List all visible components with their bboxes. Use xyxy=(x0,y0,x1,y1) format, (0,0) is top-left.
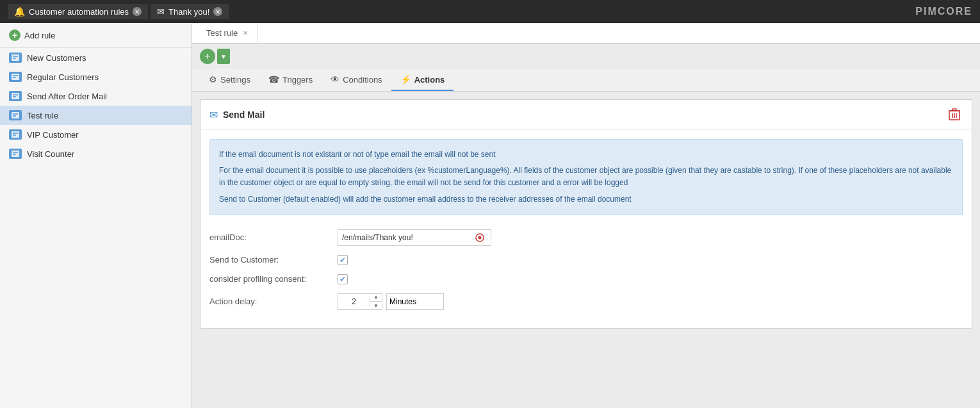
svg-rect-23 xyxy=(952,109,956,111)
content-tab-test-rule[interactable]: Test rule ✕ xyxy=(197,23,257,43)
email-doc-label: emailDoc: xyxy=(209,233,338,242)
content-tab-close[interactable]: ✕ xyxy=(243,29,248,37)
info-line1: If the email document is not existant or… xyxy=(219,149,953,161)
automation-icon: 🔔 xyxy=(14,6,25,17)
rule-icon-regular-customers xyxy=(9,72,22,82)
settings-icon: ⚙ xyxy=(209,74,217,85)
svg-rect-9 xyxy=(12,112,19,118)
sidebar-item-vip-customer[interactable]: VIP Customer xyxy=(0,125,192,144)
tab-actions-label: Actions xyxy=(414,75,445,85)
info-box: If the email document is not existant or… xyxy=(209,139,963,215)
content-area: Test rule ✕ + ▼ ⚙ Settings ☎ Triggers 👁 … xyxy=(192,23,980,408)
tab-conditions[interactable]: 👁 Conditions xyxy=(322,69,391,91)
delete-action-button[interactable] xyxy=(946,106,963,123)
rule-icon-visit-counter xyxy=(9,149,22,159)
action-delay-value: 2 ▲ ▼ Seconds Minutes Hours Days xyxy=(338,293,444,310)
sidebar: + Add rule New Customers Regular Custome… xyxy=(0,23,192,408)
email-icon: ✉ xyxy=(157,6,165,17)
email-doc-input[interactable]: /en/mails/Thank you! xyxy=(338,229,491,246)
send-to-customer-value: ✔ xyxy=(338,255,348,265)
content-tab-bar: Test rule ✕ xyxy=(192,23,980,44)
consider-profiling-row: consider profiling consent: ✔ xyxy=(209,274,963,284)
tab-settings-label: Settings xyxy=(220,75,250,85)
svg-rect-12 xyxy=(12,131,19,138)
delay-spinners: ▲ ▼ xyxy=(370,293,382,310)
email-picker-button[interactable] xyxy=(473,231,487,245)
tab-settings[interactable]: ⚙ Settings xyxy=(200,69,259,91)
delay-number-input[interactable]: 2 ▲ ▼ xyxy=(338,293,382,310)
actions-icon: ⚡ xyxy=(400,74,411,85)
add-action-dropdown[interactable]: ▼ xyxy=(217,49,230,64)
svg-rect-0 xyxy=(12,54,19,61)
sidebar-item-test-rule-label: Test rule xyxy=(27,111,58,120)
main-layout: + Add rule New Customers Regular Custome… xyxy=(0,23,980,408)
action-delay-row: Action delay: 2 ▲ ▼ Seconds Minutes xyxy=(209,293,963,310)
topbar-tab-thankyou-close[interactable]: ✕ xyxy=(213,7,222,16)
topbar: 🔔 Customer automation rules ✕ ✉ Thank yo… xyxy=(0,0,980,23)
topbar-tab-automation[interactable]: 🔔 Customer automation rules ✕ xyxy=(8,4,148,19)
email-doc-row: emailDoc: /en/mails/Thank you! xyxy=(209,229,963,246)
sidebar-item-new-customers-label: New Customers xyxy=(27,53,86,63)
rule-icon-test-rule xyxy=(9,110,22,120)
svg-rect-3 xyxy=(12,74,19,80)
email-doc-value: /en/mails/Thank you! xyxy=(338,229,491,246)
sidebar-item-visit-counter-label: Visit Counter xyxy=(27,149,74,159)
send-to-customer-label: Send to Customer: xyxy=(209,255,338,265)
sidebar-item-test-rule[interactable]: Test rule xyxy=(0,106,192,125)
consider-profiling-label: consider profiling consent: xyxy=(209,274,338,284)
delay-unit-select[interactable]: Seconds Minutes Hours Days xyxy=(386,293,444,310)
tab-conditions-label: Conditions xyxy=(343,75,382,85)
delay-spinner-down[interactable]: ▼ xyxy=(370,302,382,310)
add-rule-button[interactable]: + Add rule xyxy=(0,23,192,48)
add-action-button[interactable]: + xyxy=(200,49,215,64)
info-line3: Send to Customer (default enabled) will … xyxy=(219,193,953,206)
send-to-customer-row: Send to Customer: ✔ xyxy=(209,255,963,265)
info-line2: For the email document it is possible to… xyxy=(219,165,953,189)
conditions-icon: 👁 xyxy=(331,74,339,85)
card-header: ✉ Send Mail xyxy=(200,100,972,130)
sidebar-item-send-after-order-mail[interactable]: Send After Order Mail xyxy=(0,86,192,106)
sidebar-item-send-after-order-mail-label: Send After Order Mail xyxy=(27,92,107,101)
rule-icon-send-after-order-mail xyxy=(9,91,22,101)
card-title: Send Mail xyxy=(223,110,265,120)
consider-profiling-checkbox[interactable]: ✔ xyxy=(338,274,348,284)
topbar-tab-thankyou-label: Thank you! xyxy=(168,7,209,17)
sidebar-item-regular-customers-label: Regular Customers xyxy=(27,72,99,82)
topbar-tab-automation-label: Customer automation rules xyxy=(29,7,129,17)
content-tab-test-rule-label: Test rule xyxy=(206,28,238,38)
tab-triggers[interactable]: ☎ Triggers xyxy=(259,69,322,91)
consider-profiling-value: ✔ xyxy=(338,274,348,284)
send-mail-icon: ✉ xyxy=(209,109,218,121)
sidebar-item-new-customers[interactable]: New Customers xyxy=(0,48,192,67)
topbar-tab-thankyou[interactable]: ✉ Thank you! ✕ xyxy=(151,4,229,19)
action-delay-label: Action delay: xyxy=(209,297,338,306)
pimcore-logo: PIMCORE xyxy=(915,6,972,17)
toolbar: + ▼ xyxy=(192,44,980,69)
card-header-left: ✉ Send Mail xyxy=(209,109,265,121)
svg-rect-15 xyxy=(12,151,19,157)
topbar-tab-automation-close[interactable]: ✕ xyxy=(133,7,142,16)
sidebar-item-visit-counter[interactable]: Visit Counter xyxy=(0,144,192,163)
send-mail-card: ✉ Send Mail If the email document xyxy=(200,99,972,329)
svg-rect-6 xyxy=(12,93,19,99)
form-section: emailDoc: /en/mails/Thank you! xyxy=(200,224,972,328)
tab-triggers-label: Triggers xyxy=(282,75,313,85)
tab-actions[interactable]: ⚡ Actions xyxy=(391,69,454,91)
inner-tabs: ⚙ Settings ☎ Triggers 👁 Conditions ⚡ Act… xyxy=(192,69,980,92)
delay-number-display: 2 xyxy=(338,297,370,306)
add-rule-label: Add rule xyxy=(24,31,55,40)
sidebar-item-regular-customers[interactable]: Regular Customers xyxy=(0,67,192,86)
sidebar-item-vip-customer-label: VIP Customer xyxy=(27,130,79,140)
email-doc-text: /en/mails/Thank you! xyxy=(342,233,473,242)
delay-spinner-up[interactable]: ▲ xyxy=(370,293,382,302)
add-circle-icon: + xyxy=(9,29,20,41)
triggers-icon: ☎ xyxy=(268,74,279,85)
svg-point-25 xyxy=(478,236,482,239)
rule-icon-vip-customer xyxy=(9,129,22,140)
rule-icon-new-customers xyxy=(9,53,22,63)
send-to-customer-checkbox[interactable]: ✔ xyxy=(338,255,348,265)
